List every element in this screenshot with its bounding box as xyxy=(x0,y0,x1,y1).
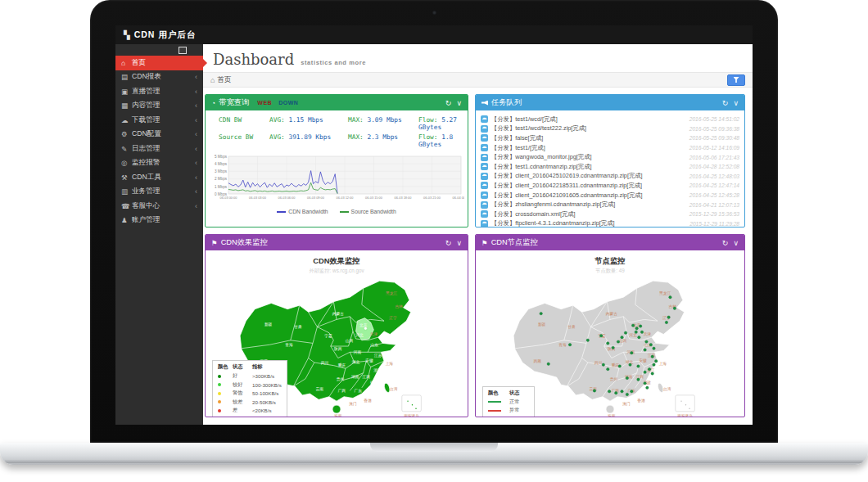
chevron-left-icon: ‹ xyxy=(195,202,197,210)
refresh-icon[interactable]: ↻ xyxy=(722,239,729,247)
sidebar-item[interactable]: ◎ 监控报警 ‹ xyxy=(115,156,203,171)
task-row[interactable]: 【分发】wangwoda_monitor.jpg[完成] 2016-05-06 … xyxy=(481,152,739,162)
refresh-icon[interactable]: ↻ xyxy=(722,99,729,107)
province-label: 香港 xyxy=(637,398,645,403)
task-label: 【分发】wangwoda_monitor.jpg[完成] xyxy=(491,153,686,161)
node-marker xyxy=(639,325,641,327)
sidebar-item[interactable]: ▣ 直播管理 ‹ xyxy=(115,84,203,99)
province-label: 江苏 xyxy=(374,354,382,358)
refresh-icon[interactable]: ↻ xyxy=(445,99,452,107)
task-time: 2015-12-29 11:29:28 xyxy=(689,221,739,227)
province-label: 青海 xyxy=(558,343,567,347)
node-marker xyxy=(621,336,623,338)
cdn-effect-panel: ⚑ CDN效果监控 ↻ ∨ CDN效果监控 外部监控: ws.rcg.cn.go… xyxy=(205,234,468,417)
node-marker xyxy=(646,386,649,389)
bandwidth-panel-title: 带宽查询 xyxy=(219,97,249,108)
page-header: Dashboard statistics and more xyxy=(203,44,753,72)
province-label: 内蒙古 xyxy=(606,312,617,316)
sidebar-item[interactable]: ▤ CDN报表 ‹ xyxy=(115,70,203,85)
legend-swatch-source xyxy=(340,211,349,213)
sidebar-item[interactable]: ☁ 下载管理 ‹ xyxy=(115,113,203,128)
laptop-screen: ▚ CDN 用户后台 ⌂ 首页 xyxy=(90,0,778,443)
sidebar-item[interactable]: ☎ 客服中心 ‹ xyxy=(115,199,203,214)
province-label: 上海 xyxy=(386,361,394,366)
map-marker-icon: ⚑ xyxy=(481,239,488,247)
node-marker xyxy=(648,367,650,370)
collapse-icon[interactable]: ∨ xyxy=(733,99,739,107)
breadcrumb-home-link[interactable]: ⌂ 首页 xyxy=(210,75,232,85)
cloud-upload-icon xyxy=(481,115,488,123)
x-axis-tick: 06-03 12:00 xyxy=(337,196,355,200)
legend-color-dot xyxy=(218,375,221,378)
province-label: 上海 xyxy=(659,361,667,366)
legend-row: 警告 50-100KB/s xyxy=(218,390,282,397)
collapse-icon[interactable]: ∨ xyxy=(456,239,462,247)
cdn-effect-title: CDN效果监控 xyxy=(221,237,268,248)
sidebar-toggle-button[interactable] xyxy=(179,47,187,54)
legend-header-color: 颜色 xyxy=(488,390,509,397)
node-marker xyxy=(631,351,633,354)
task-label: 【分发】test1.cdnantmanzip.zip[完成] xyxy=(491,163,686,171)
task-row[interactable]: 【分发】client_20160421091605.cdnantmanzip.z… xyxy=(481,191,739,200)
node-marker xyxy=(547,363,549,365)
control-sidebar-button[interactable] xyxy=(727,74,745,86)
task-row[interactable]: 【分发】false[完成] 2016-05-25 09:30:48 xyxy=(481,133,739,143)
task-row[interactable]: 【分发】test1/wcd/test222.zip[完成] 2016-05-25… xyxy=(481,124,739,134)
sidebar-item[interactable]: ▥ 业务管理 ‹ xyxy=(115,185,203,200)
province-label: 南海诸岛 xyxy=(404,414,419,417)
collapse-icon[interactable]: ∨ xyxy=(733,239,739,247)
province-label: 河南 xyxy=(353,350,362,354)
collapse-icon[interactable]: ∨ xyxy=(456,99,462,107)
province-label: 吉林 xyxy=(395,304,403,309)
task-time: 2016-04-28 12:52:08 xyxy=(689,164,739,169)
topbar: ▚ CDN 用户后台 xyxy=(115,25,753,44)
task-time: 2015-12-29 15:36:53 xyxy=(689,211,739,217)
node-marker xyxy=(644,371,646,373)
node-marker xyxy=(608,390,610,393)
node-marker xyxy=(638,336,640,338)
task-row[interactable]: 【分发】test1/wcd/[完成] 2016-05-25 14:51:02 xyxy=(481,115,739,124)
breadcrumb: ⌂ 首页 xyxy=(203,72,753,88)
effect-chart-subtitle: 外部监控: ws.rcg.cn.gov xyxy=(206,268,468,275)
task-row[interactable]: 【分发】test1/[完成] 2016-05-12 14:16:09 xyxy=(481,143,739,153)
province-label: 内蒙古 xyxy=(332,312,344,316)
task-row[interactable]: 【分发】test1.cdnantmanzip.zip[完成] 2016-04-2… xyxy=(481,162,739,172)
node-marker xyxy=(653,363,655,366)
sidebar: ⌂ 首页 ▤ CDN报表 ‹ ▣ 直播管理 ‹ xyxy=(115,44,203,425)
x-axis-tick: 06-03 15:00 xyxy=(365,196,383,200)
sidebar-item[interactable]: ⚒ CDN工具 ‹ xyxy=(115,170,203,185)
legend-status: 较好 xyxy=(233,381,252,389)
task-queue-title: 任务队列 xyxy=(491,97,522,108)
legend-header-status: 状态 xyxy=(509,390,529,397)
task-row[interactable]: 【分发】ftpclient-4.3.1.cdnantmanzip.zip[完成]… xyxy=(481,219,739,227)
task-row[interactable]: 【分发】client_20160422185311.cdnantmanzip.z… xyxy=(481,181,739,191)
web-link[interactable]: WEB xyxy=(257,100,272,106)
task-row[interactable]: 【分发】crossdomain.xml[完成] 2015-12-29 15:36… xyxy=(481,209,739,219)
sidebar-item[interactable]: ▦ 内容管理 ‹ xyxy=(115,99,203,114)
sidebar-item[interactable]: ♟ 账户管理 xyxy=(115,214,203,228)
task-row[interactable]: 【分发】client_20160425102619.cdnantmanzip.z… xyxy=(481,172,739,182)
task-label: 【分发】test1/[完成] xyxy=(491,144,686,152)
sidebar-item-icon: ♟ xyxy=(121,216,132,224)
legend-label-cdn: CDN Bandwidth xyxy=(288,209,328,214)
stat-flow-label: Flow: xyxy=(418,133,437,141)
chevron-left-icon: ‹ xyxy=(195,159,197,167)
x-axis-tick: 06-03 06:00 xyxy=(278,196,296,200)
cloud-upload-icon xyxy=(481,210,488,218)
stat-avg-value: 391.89 Kbps xyxy=(288,133,331,141)
y-axis-tick: 3 Mbps xyxy=(215,169,228,173)
sidebar-item[interactable]: ⌂ 首页 xyxy=(115,56,203,70)
down-link[interactable]: DOWN xyxy=(278,100,298,106)
legend-header-status: 状态 xyxy=(233,363,252,371)
stat-name: CDN BW xyxy=(219,116,269,131)
cdn-nodes-header: ⚑ CDN节点监控 ↻ ∨ xyxy=(476,235,744,250)
sidebar-item[interactable]: ✎ 日志管理 ‹ xyxy=(115,142,203,156)
legend-line-sample xyxy=(488,401,501,403)
task-queue-header: 任务队列 ↻ ∨ xyxy=(476,95,744,110)
refresh-icon[interactable]: ↻ xyxy=(445,239,452,247)
task-row[interactable]: 【分发】zhsliangfenmi.cdnantmanzip.zip[完成] 2… xyxy=(481,200,739,209)
laptop: ▚ CDN 用户后台 ⌂ 首页 xyxy=(0,0,868,482)
province-label: 贵州 xyxy=(337,377,345,381)
sidebar-item[interactable]: ⚙ CDN配置 ‹ xyxy=(115,128,203,142)
home-icon: ⌂ xyxy=(210,76,215,84)
